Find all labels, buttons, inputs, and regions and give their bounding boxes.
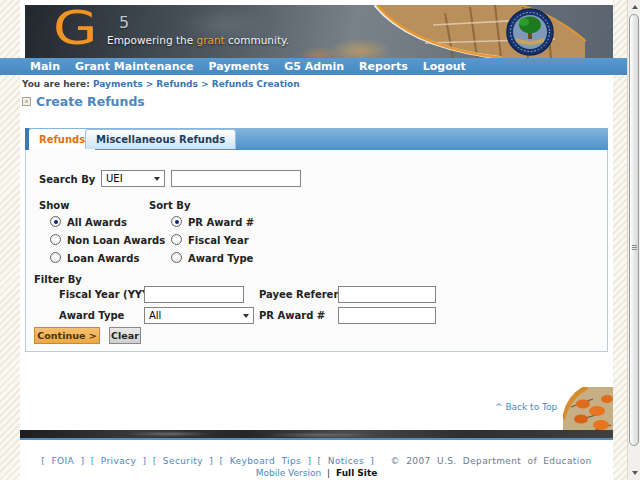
breadcrumb-path[interactable]: Payments > Refunds > Refunds Creation	[93, 79, 300, 89]
bracket: [	[219, 456, 223, 466]
radio-all-awards-label[interactable]: All Awards	[67, 217, 127, 228]
tagline-suffix: community.	[225, 34, 289, 46]
footer-links-row: [ FOIA ] [ Privacy ] [ Security ] [ Keyb…	[20, 456, 613, 466]
breadcrumb: You are here: Payments > Refunds > Refun…	[22, 79, 300, 89]
radio-loan-awards-label[interactable]: Loan Awards	[67, 253, 139, 264]
award-type-field-label: Award Type	[59, 310, 124, 321]
scroll-up-arrow-icon[interactable]	[628, 1, 640, 13]
radio-pr-award-number-label[interactable]: PR Award #	[188, 217, 254, 228]
radio-fiscal-year[interactable]	[171, 234, 182, 245]
page-title-icon	[22, 97, 31, 106]
sort-by-group-label: Sort By	[149, 200, 190, 211]
search-by-select[interactable]: UEI	[101, 170, 165, 187]
nav-item-main[interactable]: Main	[30, 60, 60, 73]
copyright-text: © 2007 U.S. Department of Education	[391, 456, 592, 466]
footer-version-row: Mobile Version | Full Site	[20, 468, 613, 478]
payee-reference-input[interactable]	[338, 286, 436, 303]
footer-link-privacy[interactable]: Privacy	[101, 456, 136, 466]
refunds-form: Search By UEI Show Sort By All Awards No…	[25, 150, 608, 352]
scrollbar-grip-icon	[632, 245, 637, 251]
footer-link-security[interactable]: Security	[163, 456, 203, 466]
department-of-education-seal-icon	[506, 8, 554, 56]
g5-logo-5: 5	[119, 13, 129, 32]
footer-link-foia[interactable]: FOIA	[52, 456, 75, 466]
chevron-down-icon	[154, 177, 160, 181]
vertical-scrollbar[interactable]	[627, 0, 640, 480]
radio-award-type[interactable]	[171, 252, 182, 263]
version-divider: |	[327, 468, 330, 478]
breadcrumb-prefix: You are here:	[22, 79, 90, 89]
footer-divider-bar	[20, 430, 613, 440]
bracket: [	[153, 456, 157, 466]
radio-loan-awards[interactable]	[50, 252, 61, 263]
tab-miscellaneous-refunds[interactable]: Miscellaneous Refunds	[85, 129, 236, 149]
pr-award-field-label: PR Award #	[259, 310, 325, 321]
clear-button[interactable]: Clear	[109, 327, 141, 344]
bracket: ]	[80, 456, 84, 466]
tab-bar: Refunds Miscellaneous Refunds	[25, 128, 608, 150]
radio-award-type-label[interactable]: Award Type	[188, 253, 253, 264]
search-value-input[interactable]	[171, 170, 301, 187]
nav-item-grant-maintenance[interactable]: Grant Maintenance	[75, 60, 194, 73]
g5-application-window: G 5 Empowering the grant community. Main…	[0, 0, 640, 480]
mobile-version-link[interactable]: Mobile Version	[256, 468, 321, 478]
bracket: ]	[370, 456, 374, 466]
pr-award-input[interactable]	[338, 307, 436, 324]
search-by-label: Search By	[39, 174, 95, 185]
radio-all-awards[interactable]	[50, 216, 61, 227]
filter-by-label: Filter By	[34, 274, 82, 285]
scroll-down-arrow-icon[interactable]	[628, 467, 640, 479]
radio-non-loan-awards-label[interactable]: Non Loan Awards	[67, 235, 165, 246]
scrollbar-thumb[interactable]	[629, 14, 639, 446]
nav-item-logout[interactable]: Logout	[423, 60, 466, 73]
classroom-chairs-photo	[563, 387, 613, 432]
continue-button[interactable]: Continue >	[34, 327, 100, 344]
bracket: [	[91, 456, 95, 466]
fiscal-year-input[interactable]	[144, 286, 244, 303]
header-banner: G 5 Empowering the grant community.	[25, 5, 613, 58]
radio-fiscal-year-label[interactable]: Fiscal Year	[188, 235, 249, 246]
search-by-selected-value: UEI	[106, 173, 123, 184]
radio-pr-award-number[interactable]	[171, 216, 182, 227]
bracket: ]	[142, 456, 146, 466]
nav-item-g5-admin[interactable]: G5 Admin	[284, 60, 344, 73]
nav-item-reports[interactable]: Reports	[359, 60, 408, 73]
back-to-top-link[interactable]: ^ Back to Top	[495, 402, 557, 412]
bracket: [	[41, 456, 45, 466]
award-type-selected-value: All	[149, 310, 161, 321]
bracket: ]	[209, 456, 213, 466]
chevron-down-icon	[243, 314, 249, 318]
tagline: Empowering the grant community.	[107, 34, 289, 46]
page-title-text: Create Refunds	[36, 94, 145, 109]
radio-non-loan-awards[interactable]	[50, 234, 61, 245]
nav-item-payments[interactable]: Payments	[209, 60, 270, 73]
bracket: ]	[307, 456, 311, 466]
show-group-label: Show	[39, 200, 69, 211]
tagline-highlight: grant	[196, 34, 224, 46]
footer-link-keyboard-tips[interactable]: Keyboard Tips	[230, 456, 302, 466]
footer-link-notices[interactable]: Notices	[328, 456, 364, 466]
page-title: Create Refunds	[22, 94, 145, 109]
tagline-prefix: Empowering the	[107, 34, 196, 46]
full-site-label: Full Site	[336, 468, 377, 478]
g5-logo-g: G	[53, 5, 98, 51]
refunds-panel: Refunds Miscellaneous Refunds Search By …	[25, 128, 608, 352]
main-nav-bar: Main Grant Maintenance Payments G5 Admin…	[0, 58, 627, 75]
award-type-select[interactable]: All	[144, 307, 254, 324]
bracket: [	[318, 456, 322, 466]
